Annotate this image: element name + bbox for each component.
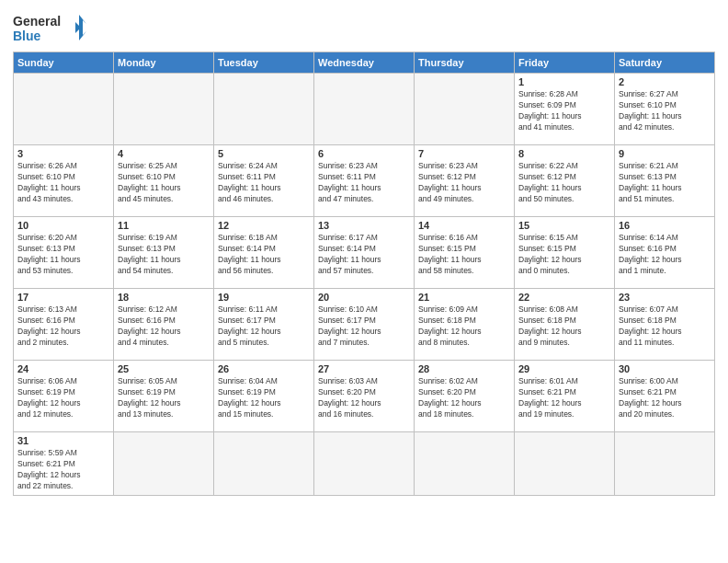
page: General Blue SundayMondayTuesdayWednesda… [0, 0, 728, 563]
calendar-cell [114, 74, 214, 145]
day-info: Sunrise: 6:22 AM Sunset: 6:12 PM Dayligh… [518, 161, 610, 205]
day-info: Sunrise: 6:27 AM Sunset: 6:10 PM Dayligh… [619, 89, 711, 133]
day-number: 4 [118, 148, 210, 159]
day-number: 20 [318, 292, 410, 303]
header: General Blue [13, 9, 715, 46]
header-saturday: Saturday [615, 52, 715, 74]
calendar-cell: 23Sunrise: 6:07 AM Sunset: 6:18 PM Dayli… [615, 289, 715, 361]
day-info: Sunrise: 6:21 AM Sunset: 6:13 PM Dayligh… [619, 161, 711, 205]
logo-svg: General Blue [13, 9, 86, 46]
header-sunday: Sunday [14, 52, 114, 74]
day-number: 5 [218, 148, 310, 159]
calendar-cell [214, 432, 314, 496]
week-row-1: 1Sunrise: 6:28 AM Sunset: 6:09 PM Daylig… [14, 74, 715, 145]
day-number: 9 [619, 148, 711, 159]
day-info: Sunrise: 6:09 AM Sunset: 6:18 PM Dayligh… [418, 304, 510, 349]
calendar-cell: 9Sunrise: 6:21 AM Sunset: 6:13 PM Daylig… [615, 145, 715, 217]
day-info: Sunrise: 6:20 AM Sunset: 6:13 PM Dayligh… [17, 233, 109, 277]
calendar-cell: 1Sunrise: 6:28 AM Sunset: 6:09 PM Daylig… [515, 74, 615, 145]
day-info: Sunrise: 6:10 AM Sunset: 6:17 PM Dayligh… [318, 304, 410, 349]
calendar-cell [314, 432, 415, 496]
calendar-cell [214, 74, 314, 145]
day-number: 11 [118, 220, 210, 231]
day-info: Sunrise: 6:06 AM Sunset: 6:19 PM Dayligh… [17, 376, 109, 420]
calendar-cell: 5Sunrise: 6:24 AM Sunset: 6:11 PM Daylig… [214, 145, 314, 217]
day-info: Sunrise: 6:05 AM Sunset: 6:19 PM Dayligh… [118, 376, 210, 420]
calendar-cell: 10Sunrise: 6:20 AM Sunset: 6:13 PM Dayli… [14, 217, 114, 289]
day-number: 12 [218, 220, 310, 231]
calendar-cell: 8Sunrise: 6:22 AM Sunset: 6:12 PM Daylig… [515, 145, 615, 217]
calendar-cell: 14Sunrise: 6:16 AM Sunset: 6:15 PM Dayli… [415, 217, 515, 289]
day-number: 15 [518, 220, 610, 231]
calendar-cell: 2Sunrise: 6:27 AM Sunset: 6:10 PM Daylig… [615, 74, 715, 145]
day-number: 25 [118, 363, 210, 374]
day-number: 3 [17, 148, 109, 159]
day-info: Sunrise: 5:59 AM Sunset: 6:21 PM Dayligh… [17, 448, 109, 492]
day-number: 18 [118, 292, 210, 303]
week-row-5: 24Sunrise: 6:06 AM Sunset: 6:19 PM Dayli… [14, 361, 715, 432]
calendar-cell: 22Sunrise: 6:08 AM Sunset: 6:18 PM Dayli… [515, 289, 615, 361]
day-info: Sunrise: 6:11 AM Sunset: 6:17 PM Dayligh… [218, 304, 310, 349]
day-number: 27 [318, 363, 410, 374]
calendar-cell [415, 74, 515, 145]
calendar-cell: 26Sunrise: 6:04 AM Sunset: 6:19 PM Dayli… [214, 361, 314, 432]
day-info: Sunrise: 6:08 AM Sunset: 6:18 PM Dayligh… [518, 304, 610, 349]
calendar-cell [415, 432, 515, 496]
day-number: 30 [619, 363, 711, 374]
header-wednesday: Wednesday [314, 52, 415, 74]
svg-marker-2 [75, 15, 86, 40]
day-number: 7 [418, 148, 510, 159]
calendar-cell: 31Sunrise: 5:59 AM Sunset: 6:21 PM Dayli… [14, 432, 114, 496]
day-info: Sunrise: 6:17 AM Sunset: 6:14 PM Dayligh… [318, 233, 410, 277]
calendar-cell: 12Sunrise: 6:18 AM Sunset: 6:14 PM Dayli… [214, 217, 314, 289]
day-number: 2 [619, 76, 711, 87]
calendar-cell: 30Sunrise: 6:00 AM Sunset: 6:21 PM Dayli… [615, 361, 715, 432]
day-number: 10 [17, 220, 109, 231]
calendar-cell: 17Sunrise: 6:13 AM Sunset: 6:16 PM Dayli… [14, 289, 114, 361]
day-number: 22 [518, 292, 610, 303]
week-row-6: 31Sunrise: 5:59 AM Sunset: 6:21 PM Dayli… [14, 432, 715, 496]
day-number: 8 [518, 148, 610, 159]
day-number: 29 [518, 363, 610, 374]
day-number: 24 [17, 363, 109, 374]
day-info: Sunrise: 6:15 AM Sunset: 6:15 PM Dayligh… [518, 233, 610, 277]
day-number: 16 [619, 220, 711, 231]
calendar-cell [615, 432, 715, 496]
calendar-cell: 13Sunrise: 6:17 AM Sunset: 6:14 PM Dayli… [314, 217, 415, 289]
day-number: 6 [318, 148, 410, 159]
header-monday: Monday [114, 52, 214, 74]
day-info: Sunrise: 6:04 AM Sunset: 6:19 PM Dayligh… [218, 376, 310, 420]
calendar-cell: 18Sunrise: 6:12 AM Sunset: 6:16 PM Dayli… [114, 289, 214, 361]
day-number: 17 [17, 292, 109, 303]
header-friday: Friday [515, 52, 615, 74]
calendar-cell: 6Sunrise: 6:23 AM Sunset: 6:11 PM Daylig… [314, 145, 415, 217]
calendar-cell [314, 74, 415, 145]
day-info: Sunrise: 6:26 AM Sunset: 6:10 PM Dayligh… [17, 161, 109, 205]
day-info: Sunrise: 6:23 AM Sunset: 6:12 PM Dayligh… [418, 161, 510, 205]
calendar-cell: 24Sunrise: 6:06 AM Sunset: 6:19 PM Dayli… [14, 361, 114, 432]
day-number: 28 [418, 363, 510, 374]
svg-text:General: General [13, 14, 61, 29]
header-thursday: Thursday [415, 52, 515, 74]
day-number: 23 [619, 292, 711, 303]
calendar-cell: 19Sunrise: 6:11 AM Sunset: 6:17 PM Dayli… [214, 289, 314, 361]
calendar-cell [114, 432, 214, 496]
day-info: Sunrise: 6:03 AM Sunset: 6:20 PM Dayligh… [318, 376, 410, 420]
week-row-3: 10Sunrise: 6:20 AM Sunset: 6:13 PM Dayli… [14, 217, 715, 289]
calendar-cell: 25Sunrise: 6:05 AM Sunset: 6:19 PM Dayli… [114, 361, 214, 432]
calendar-cell [14, 74, 114, 145]
day-number: 31 [17, 435, 109, 446]
calendar-cell: 15Sunrise: 6:15 AM Sunset: 6:15 PM Dayli… [515, 217, 615, 289]
day-number: 21 [418, 292, 510, 303]
day-info: Sunrise: 6:23 AM Sunset: 6:11 PM Dayligh… [318, 161, 410, 205]
day-number: 14 [418, 220, 510, 231]
day-info: Sunrise: 6:19 AM Sunset: 6:13 PM Dayligh… [118, 233, 210, 277]
day-info: Sunrise: 6:16 AM Sunset: 6:15 PM Dayligh… [418, 233, 510, 277]
calendar-cell: 20Sunrise: 6:10 AM Sunset: 6:17 PM Dayli… [314, 289, 415, 361]
calendar-cell: 11Sunrise: 6:19 AM Sunset: 6:13 PM Dayli… [114, 217, 214, 289]
calendar-header-row: SundayMondayTuesdayWednesdayThursdayFrid… [14, 52, 715, 74]
day-number: 13 [318, 220, 410, 231]
calendar-table: SundayMondayTuesdayWednesdayThursdayFrid… [13, 52, 715, 496]
day-info: Sunrise: 6:13 AM Sunset: 6:16 PM Dayligh… [17, 304, 109, 349]
day-info: Sunrise: 6:01 AM Sunset: 6:21 PM Dayligh… [518, 376, 610, 420]
